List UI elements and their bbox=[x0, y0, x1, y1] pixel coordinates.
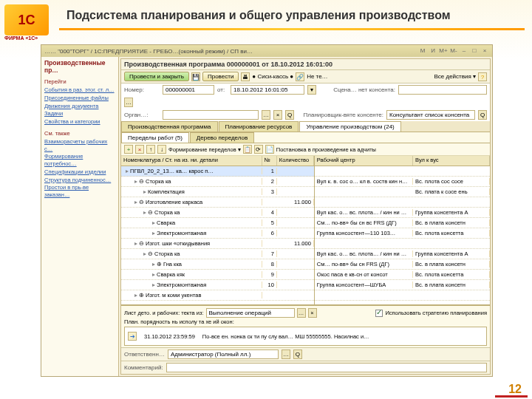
list-clear-icon[interactable]: × bbox=[308, 308, 317, 318]
form-redelov-dropdown[interactable]: Формирование переделов ▾ bbox=[168, 146, 241, 153]
table-row[interactable]: См… по-вв» бы сн FRS (ДГ)Вс. в плата кон… bbox=[315, 259, 490, 270]
planner-open-icon[interactable]: Q bbox=[478, 110, 487, 120]
org-select-icon[interactable]: … bbox=[262, 110, 270, 120]
minimize-icon[interactable]: – bbox=[460, 47, 468, 55]
subtab-tree[interactable]: Дерево переделов bbox=[190, 132, 254, 143]
tool-icon-1[interactable]: 📋 bbox=[243, 145, 252, 154]
table-row[interactable]: ▸⊖ Сторка ка7 bbox=[121, 249, 314, 259]
title-underline bbox=[59, 28, 525, 30]
help-icon[interactable]: ? bbox=[478, 72, 487, 81]
col-qty[interactable]: Количество bbox=[277, 156, 314, 166]
col-vul[interactable]: Вул к вус bbox=[413, 156, 490, 166]
titlebar-i-icon[interactable]: И bbox=[429, 47, 437, 55]
table-row[interactable]: ▸Комплектация3 bbox=[121, 187, 314, 197]
sidebar-link[interactable]: Задачи bbox=[44, 110, 115, 117]
titlebar-m-icon[interactable]: М bbox=[418, 47, 427, 55]
table-row[interactable]: ▸Сварка кяк9 bbox=[121, 270, 314, 280]
table-row[interactable]: Окос паса е кв-сн от консотВс. плота кон… bbox=[315, 270, 490, 280]
arrow-icon[interactable]: ➔ bbox=[128, 332, 137, 341]
table-row[interactable]: Вул кас. о… вс. плота… / кин ни А…Группа… bbox=[315, 208, 490, 218]
right-grid: Рабочий центр Вул к вус Вул к. в. сос о…… bbox=[315, 156, 490, 304]
sidebar-link[interactable]: Свойства и категории bbox=[44, 118, 115, 126]
print-icon[interactable]: 🖶 bbox=[241, 72, 250, 81]
table-row[interactable]: ▸ПГВЛ_20_2_13… ка… карос п…1 bbox=[121, 166, 314, 177]
table-row[interactable]: ▸⊕ Гна кка8 bbox=[121, 259, 314, 270]
table-row[interactable]: ▸⊖ Изгот. шки «откидывания11.000 bbox=[121, 239, 314, 249]
table-row[interactable] bbox=[315, 166, 490, 177]
date-input[interactable] bbox=[231, 85, 304, 95]
table-row[interactable] bbox=[315, 197, 490, 208]
responsible-select-icon[interactable]: … bbox=[282, 349, 290, 359]
up-icon[interactable]: ↑ bbox=[146, 145, 155, 154]
sidebar-section-seealso: См. также bbox=[44, 130, 115, 137]
list-select-icon[interactable]: … bbox=[297, 308, 306, 318]
maximize-icon[interactable]: □ bbox=[470, 47, 479, 55]
sidebar-link[interactable]: Присоединенные файлы bbox=[44, 95, 115, 102]
titlebar-mminus-icon[interactable]: М- bbox=[449, 47, 458, 55]
sidebar-link[interactable]: Взаиморасчеты рабочих с… bbox=[44, 138, 115, 153]
table-row[interactable]: Группа консостент—110 103…Вс. плота конс… bbox=[315, 228, 490, 239]
sub-tabs: Переделы работ (5) Дерево переделов bbox=[121, 132, 490, 143]
use-strategy-checkbox[interactable] bbox=[375, 310, 383, 317]
sidebar-link[interactable]: Спецификации изделии bbox=[44, 168, 115, 176]
table-row[interactable]: См… по-вв» бы сн вс FRS (ДГ)Вс. в плата … bbox=[315, 218, 490, 228]
list-input[interactable] bbox=[206, 308, 295, 318]
down-icon[interactable]: ↓ bbox=[157, 145, 166, 154]
sidebar-link[interactable]: Формирование потребнос… bbox=[44, 153, 115, 168]
mini-grid[interactable]: ➔ 31.10.2012 23:59:59 По-все ен. нонка с… bbox=[124, 327, 487, 346]
subtab-list[interactable]: Переделы работ (5) bbox=[121, 132, 189, 143]
org-open-icon[interactable]: Q bbox=[285, 110, 294, 120]
table-row[interactable]: ▸Электромонтажная10 bbox=[121, 280, 314, 290]
tab-planning[interactable]: Планирование ресурсов bbox=[219, 121, 299, 132]
tool-icon-2[interactable]: ⟳ bbox=[254, 145, 263, 154]
table-row[interactable]: Вс. плата к сосе ень bbox=[315, 187, 490, 197]
save-icon[interactable]: 💾 bbox=[191, 72, 200, 81]
table-row[interactable]: Вул кас. о… вс. плота… / кин ни А…Группа… bbox=[315, 249, 490, 259]
close-icon[interactable]: × bbox=[480, 47, 489, 55]
org-clear-icon[interactable]: × bbox=[273, 110, 282, 120]
sidebar-link[interactable]: Движения документа bbox=[44, 103, 115, 110]
link-icon[interactable]: 🔗 bbox=[296, 72, 304, 81]
comment-input[interactable] bbox=[166, 363, 487, 372]
cashcard-label: ● Сиси-кассь ● bbox=[252, 73, 293, 80]
scenario-select-icon[interactable]: … bbox=[124, 98, 133, 107]
plan-order-label: План. порядность нь исполу та хе ий окон… bbox=[124, 318, 234, 325]
col-nomenclature[interactable]: Номенклатура / Ст. на из. ни. детали bbox=[121, 156, 262, 166]
add-icon[interactable]: + bbox=[124, 145, 133, 154]
page-number: 12 bbox=[508, 383, 522, 396]
table-row[interactable]: ▸Электромонтажная6 bbox=[121, 228, 314, 239]
sidebar-link[interactable]: Простои в прь-ве заказан… bbox=[44, 184, 115, 199]
logo: 1С bbox=[4, 4, 49, 35]
all-actions-dropdown[interactable]: Все действия ▾ bbox=[434, 73, 476, 80]
left-grid: Номенклатура / Ст. на из. ни. детали № К… bbox=[121, 156, 315, 304]
col-workcenter[interactable]: Рабочий центр bbox=[315, 156, 413, 166]
tab-program[interactable]: Производственная программа bbox=[121, 121, 218, 132]
table-row[interactable]: Группа консостент—ШУБАВс. в плата консет… bbox=[315, 280, 490, 290]
tab-management[interactable]: Управление производством (24) bbox=[299, 121, 400, 132]
number-input[interactable] bbox=[163, 85, 214, 95]
responsible-input[interactable] bbox=[168, 349, 279, 359]
table-row[interactable]: ▸Сварка5 bbox=[121, 218, 314, 228]
org-label: Орган…: bbox=[124, 112, 160, 118]
table-row[interactable] bbox=[315, 239, 490, 249]
delete-icon[interactable]: × bbox=[135, 145, 144, 154]
titlebar-mplus-icon[interactable]: М+ bbox=[439, 47, 448, 55]
responsible-open-icon[interactable]: Q bbox=[293, 349, 302, 359]
post-and-close-button[interactable]: Провести и закрыть bbox=[124, 72, 189, 81]
table-row[interactable] bbox=[315, 290, 490, 301]
table-row[interactable]: ▸⊖ Сторка ка2 bbox=[121, 177, 314, 187]
table-row[interactable]: ▸⊖ Сторка ка4 bbox=[121, 208, 314, 218]
col-number[interactable]: № bbox=[262, 156, 277, 166]
table-row[interactable]: ▸⊕ Изгот. м коми укентав bbox=[121, 290, 314, 301]
table-row[interactable]: Вул к. в. сос о… кл в. соств кин ни АВс.… bbox=[315, 177, 490, 187]
tool-icon-3[interactable]: 📄 bbox=[265, 145, 274, 154]
scenario-input[interactable] bbox=[398, 85, 487, 95]
post-button[interactable]: Провести bbox=[202, 72, 239, 81]
date-picker-icon[interactable]: ▾ bbox=[307, 85, 316, 95]
table-row[interactable]: ▸⊖ Изготовление каркаса11.000 bbox=[121, 197, 314, 208]
sidebar-link[interactable]: События в раз. этог. ст. л… bbox=[44, 86, 115, 94]
org-input[interactable] bbox=[163, 110, 259, 120]
scenario-label: Сцена… нет консента: bbox=[333, 86, 395, 93]
planner-input[interactable] bbox=[386, 110, 475, 120]
sidebar-link[interactable]: Структура подчиненнос… bbox=[44, 177, 115, 184]
